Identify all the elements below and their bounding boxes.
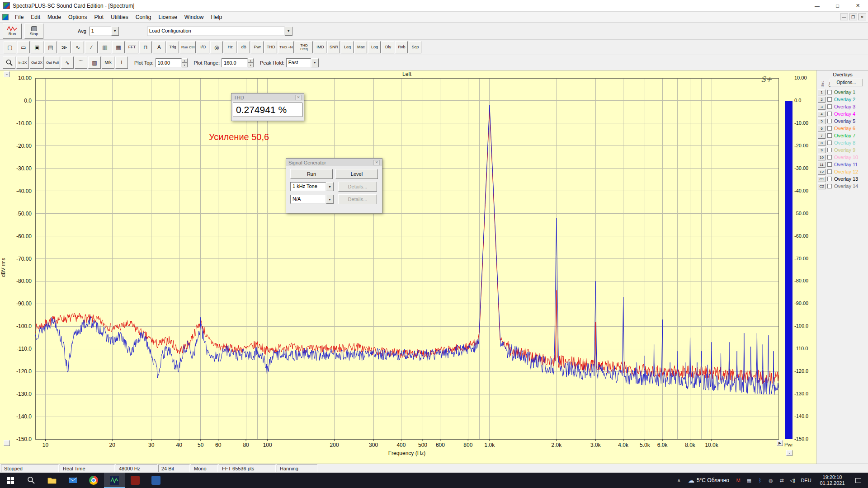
menu-item[interactable]: Help [208,12,226,22]
toolbar-button[interactable]: ∿ [71,41,84,53]
spin-down-icon[interactable]: ▼ [182,63,188,67]
menu-item[interactable]: Plot [90,12,107,22]
toolbar-button[interactable]: IMD [314,41,326,53]
chevron-down-icon[interactable]: ▼ [311,58,319,67]
signal-generator-titlebar[interactable]: Signal Generator ✕ [286,159,382,166]
taskbar-icon-acrobat[interactable] [125,473,146,488]
generator-source1-select[interactable]: 1 kHz Tone ▼ [290,182,334,191]
toolbar-button[interactable]: dB [237,41,250,53]
action-center-button[interactable] [850,478,866,483]
pan-right-button[interactable]: ▶ [777,440,783,446]
toolbar-button[interactable]: ▦ [112,41,125,53]
overlay-set-button[interactable]: 9 [818,147,826,153]
tray-icon[interactable]: ⇄ [776,478,787,483]
overlay-set-button[interactable]: 8 [818,140,826,146]
start-button[interactable] [0,473,21,488]
toolbar-button[interactable]: Scp [409,41,421,53]
maximize-button[interactable]: □ [827,0,848,12]
generator-level-button[interactable]: Level [335,169,378,179]
close-button[interactable]: ✕ [848,0,868,12]
toolbar-button[interactable]: ⊓ [139,41,152,53]
taskbar-icon-explorer[interactable] [42,473,62,488]
overlay-set-button[interactable]: 12 [818,169,826,175]
spin-down-icon[interactable]: ▼ [248,63,254,67]
document-icon[interactable] [2,14,9,20]
tray-icon[interactable]: M [733,478,744,483]
overlay-set-button[interactable]: 10 [818,155,826,160]
tray-icon[interactable]: ▦ [744,478,755,483]
overlays-options-button[interactable]: Options... [830,79,863,86]
taskbar-icon-mail[interactable] [62,473,83,488]
overlay-on-checkbox[interactable] [827,119,832,123]
overlay-on-checkbox[interactable] [827,141,832,145]
overlay-set-button[interactable]: C1 [818,176,826,182]
close-icon[interactable]: ✕ [373,160,380,165]
plot-top-input[interactable] [156,58,182,67]
menu-item[interactable]: Config [132,12,155,22]
overlay-on-checkbox[interactable] [827,162,832,167]
search-button[interactable] [21,473,42,488]
plot-range-input[interactable] [222,58,248,67]
run-button[interactable]: Run [3,23,22,39]
menu-item[interactable]: Mode [44,12,65,22]
toolbar-button[interactable]: Hz [224,41,236,53]
stop-button[interactable]: Stop [24,23,43,39]
toolbar-button[interactable]: ∕ [85,41,98,53]
language-indicator[interactable]: DEU [798,478,814,483]
menu-item[interactable]: Window [181,12,208,22]
toolbar-button[interactable]: ▤ [44,41,57,53]
plot-corner-button[interactable]: − [4,71,10,77]
overlay-set-button[interactable]: 1 [818,89,826,95]
toolbar-button[interactable]: ⌒ [75,56,87,69]
spin-up-icon[interactable]: ▲ [182,58,188,63]
overlay-on-checkbox[interactable] [827,90,832,94]
child-minimize-button[interactable]: — [840,14,848,20]
toolbar-button[interactable]: ◎ [210,41,223,53]
avg-select[interactable]: 1 ▼ [89,27,119,36]
overlay-on-checkbox[interactable] [827,177,832,181]
overlay-set-button[interactable]: C2 [818,183,826,189]
overlay-on-checkbox[interactable] [827,148,832,152]
overlay-on-checkbox[interactable] [827,184,832,188]
clock[interactable]: 19:20:10 01.12.2021 [814,474,850,486]
toolbar-button[interactable]: Mrk [102,56,114,69]
thd-titlebar[interactable]: THD ✕ [231,94,304,101]
spectrum-plot[interactable]: 10.000.0-10.00-20.00-30.00-40.00-50.00-6… [0,70,784,457]
toolbar-button[interactable]: Mac [354,41,367,53]
toolbar-button[interactable]: FFT [126,41,138,53]
spin-up-icon[interactable]: ▲ [248,58,254,63]
tray-icon[interactable]: ◁) [787,478,798,483]
toolbar-button[interactable]: In 2X [16,56,29,69]
toolbar-button[interactable]: Rvb [395,41,408,53]
overlay-set-button[interactable]: 3 [818,104,826,110]
toolbar-button[interactable]: ▭ [17,41,30,53]
overlay-on-checkbox[interactable] [827,155,832,160]
menu-item[interactable]: Options [65,12,90,22]
tray-icon[interactable]: ᛒ [755,478,765,483]
plot-top-spinner[interactable]: ▲ ▼ [182,58,188,67]
toolbar-button[interactable]: Out 2X [30,56,44,69]
zoom-button[interactable] [3,56,15,69]
overlay-on-checkbox[interactable] [827,97,832,102]
toolbar-button[interactable]: THD +N [278,41,294,53]
menu-item[interactable]: Edit [27,12,44,22]
weather-widget[interactable]: ☁ 5°C Облачно [684,477,733,484]
chevron-down-icon[interactable]: ▼ [111,27,119,36]
child-close-button[interactable]: ✕ [858,14,866,20]
pwr-corner-button[interactable]: - [786,450,793,456]
overlay-set-button[interactable]: 6 [818,126,826,131]
close-icon[interactable]: ✕ [295,95,302,100]
overlay-on-checkbox[interactable] [827,104,832,109]
toolbar-button[interactable]: ▢ [4,41,16,53]
toolbar-button[interactable]: ▣ [31,41,43,53]
overlay-set-button[interactable]: 7 [818,133,826,139]
toolbar-button[interactable]: I [115,56,128,69]
toolbar-button[interactable]: Pwr [251,41,264,53]
overlay-on-checkbox[interactable] [827,169,832,174]
menu-item[interactable]: License [155,12,180,22]
toolbar-button[interactable]: ≫ [58,41,71,53]
menu-item[interactable]: Utilities [107,12,132,22]
toolbar-button[interactable]: Log [368,41,381,53]
generator-run-button[interactable]: Run [290,169,333,179]
minimize-button[interactable]: — [807,0,827,12]
